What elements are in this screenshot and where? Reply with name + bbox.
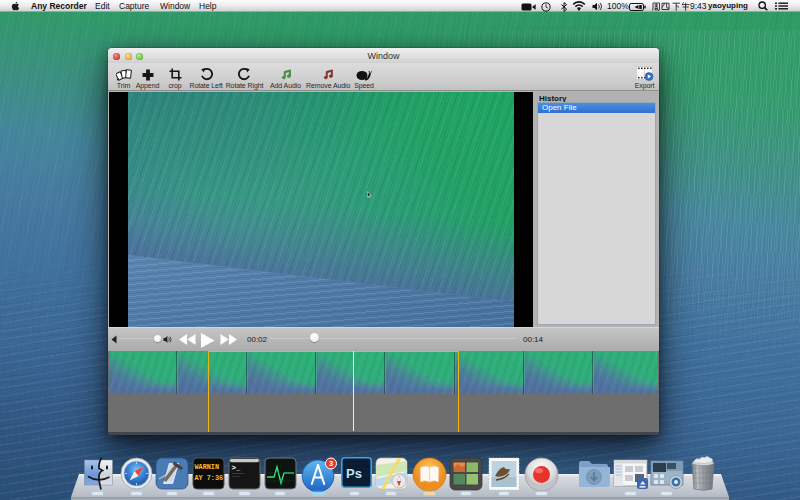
svg-text:Ps: Ps — [346, 466, 362, 481]
svg-text:WARNIN: WARNIN — [195, 463, 219, 471]
svg-text:3: 3 — [329, 459, 333, 468]
svg-text:AY 7:36: AY 7:36 — [195, 474, 224, 482]
svg-text:>_: >_ — [232, 463, 241, 472]
